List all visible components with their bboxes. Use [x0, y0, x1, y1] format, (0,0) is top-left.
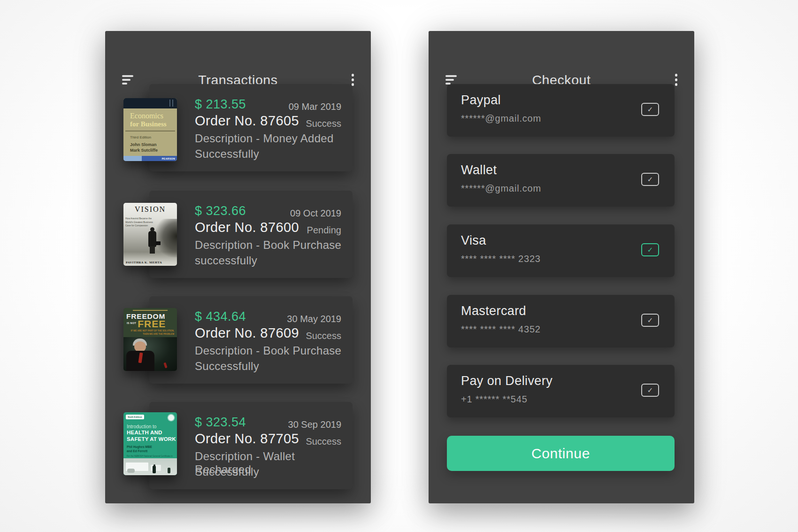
transaction-date: 09 Mar 2019 [289, 101, 341, 112]
book-tagline: IF WE ARE NOT PART OF THE SOLUTION, THEN… [123, 330, 177, 336]
wallet-checkbox[interactable]: ✓ [641, 173, 659, 186]
book-author: PAVITHRA K. MEHTA [126, 261, 162, 264]
transaction-status: Pending [307, 225, 341, 236]
transaction-description: Successfully [195, 147, 259, 161]
mastercard-checkbox[interactable]: ✓ [641, 314, 659, 327]
book-cover-economics-for-business: Economics for Business Third Edition Joh… [123, 98, 177, 161]
book-title-intro: Introduction to [127, 424, 177, 429]
transaction-order-number: Order No. 87600 [195, 220, 299, 235]
payment-method-detail: **** **** **** 2323 [461, 254, 541, 264]
cover-illustration [123, 458, 177, 475]
publisher-strip: PEARSON [123, 156, 177, 161]
transaction-status: Success [306, 436, 341, 447]
transaction-status: Success [306, 331, 341, 341]
book-cover-health-and-safety: Sixth Edition Introduction to HEALTH AND… [123, 412, 177, 475]
book-title: FREE [138, 320, 166, 328]
transaction-amount: $ 323.66 [195, 204, 246, 218]
payment-method-pay-on-delivery[interactable]: Pay on Delivery +1 ****** **545 ✓ [447, 365, 675, 417]
book-authors: Phil Hughes MBE and Ed Ferrett [127, 445, 177, 453]
transaction-date: 30 May 2019 [287, 314, 341, 324]
payment-method-detail: ******@gmail.com [461, 183, 541, 194]
book-subtitle: How Aravind Became the World's Greatest … [125, 217, 153, 228]
transaction-amount: $ 323.54 [195, 415, 246, 430]
transaction-description: Description - Book Purchase [195, 239, 341, 252]
transaction-order-number: Order No. 87605 [195, 113, 299, 129]
publisher-name: PEARSON [162, 157, 177, 160]
menu-icon[interactable] [122, 75, 133, 85]
cover-accent-line [133, 310, 168, 311]
payment-method-wallet[interactable]: Wallet ******@gmail.com ✓ [447, 154, 675, 207]
payment-method-detail: ******@gmail.com [461, 113, 541, 124]
payment-method-name: Mastercard [461, 304, 526, 318]
paypal-checkbox[interactable]: ✓ [641, 103, 659, 116]
cover-photo-speaker [123, 337, 177, 371]
menu-icon[interactable] [445, 75, 457, 85]
check-icon: ✓ [647, 316, 653, 324]
more-options-icon[interactable] [352, 74, 354, 86]
check-icon: ✓ [647, 246, 653, 254]
transaction-description: Description - Money Added [195, 132, 334, 145]
payment-method-name: Paypal [461, 93, 501, 108]
book-title: HEALTH AND SAFETY AT WORK [127, 430, 177, 443]
book-authors: John Sloman Mark Sutcliffe [130, 142, 158, 153]
transaction-date: 30 Sep 2019 [288, 419, 341, 430]
book-edition-badge: Sixth Edition [126, 415, 144, 419]
transaction-order-number: Order No. 87609 [195, 325, 299, 341]
book-title: for Business [130, 120, 170, 128]
payment-method-paypal[interactable]: Paypal ******@gmail.com ✓ [447, 84, 675, 137]
transaction-description: Successfully [195, 360, 259, 373]
payment-method-visa[interactable]: Visa **** **** **** 2323 ✓ [447, 224, 675, 277]
book-title: IS NOT [127, 322, 136, 324]
check-icon: ✓ [647, 175, 653, 184]
book-edition: Third Edition [123, 131, 177, 139]
more-options-icon[interactable] [675, 74, 678, 86]
visa-checkbox[interactable]: ✓ [641, 243, 659, 256]
continue-button-label: Continue [531, 446, 590, 462]
transaction-card[interactable]: $ 323.66 09 Oct 2019 Order No. 87600 Pen… [149, 191, 353, 278]
transaction-description: Description - Book Purchase [195, 344, 341, 357]
transaction-description: Successfully [195, 465, 259, 478]
continue-button[interactable]: Continue [447, 436, 675, 471]
book-cover-freedom-is-not-free: FREEDOM IS NOT FREE IF WE ARE NOT PART O… [123, 308, 177, 371]
transaction-card[interactable]: $ 434.64 30 May 2019 Order No. 87609 Suc… [149, 296, 353, 384]
transaction-description: successfully [195, 254, 257, 267]
transaction-order-number: Order No. 87705 [195, 431, 299, 447]
payment-method-name: Wallet [461, 163, 497, 177]
payment-method-name: Pay on Delivery [461, 374, 552, 388]
payment-method-detail: **** **** **** 4352 [461, 324, 541, 335]
transaction-card[interactable]: $ 323.54 30 Sep 2019 Order No. 87705 Suc… [149, 402, 353, 489]
pay-on-delivery-checkbox[interactable]: ✓ [641, 384, 659, 397]
book-title: VISION [123, 205, 177, 214]
book-top-band [123, 98, 177, 108]
check-icon: ✓ [647, 386, 653, 394]
publisher-logo-icon [168, 415, 174, 421]
check-icon: ✓ [647, 105, 653, 114]
cover-photo-man-silhouette [146, 227, 160, 255]
transaction-card[interactable]: $ 213.55 09 Mar 2019 Order No. 87605 Suc… [149, 84, 353, 171]
payment-method-mastercard[interactable]: Mastercard **** **** **** 4352 ✓ [447, 295, 675, 347]
transaction-status: Success [306, 118, 341, 129]
payment-method-name: Visa [461, 233, 486, 248]
transaction-amount: $ 434.64 [195, 309, 246, 324]
book-title: Economics [130, 112, 170, 120]
transaction-amount: $ 213.55 [195, 97, 246, 112]
payment-method-detail: +1 ****** **545 [461, 394, 528, 405]
book-cover-vision: VISION How Aravind Became the World's Gr… [123, 203, 177, 266]
checkout-screen: Checkout Paypal ******@gmail.com ✓ Walle… [429, 31, 694, 503]
transactions-screen: Transactions $ 213.55 09 Mar 2019 Order … [105, 31, 371, 503]
transaction-date: 09 Oct 2019 [290, 208, 341, 219]
